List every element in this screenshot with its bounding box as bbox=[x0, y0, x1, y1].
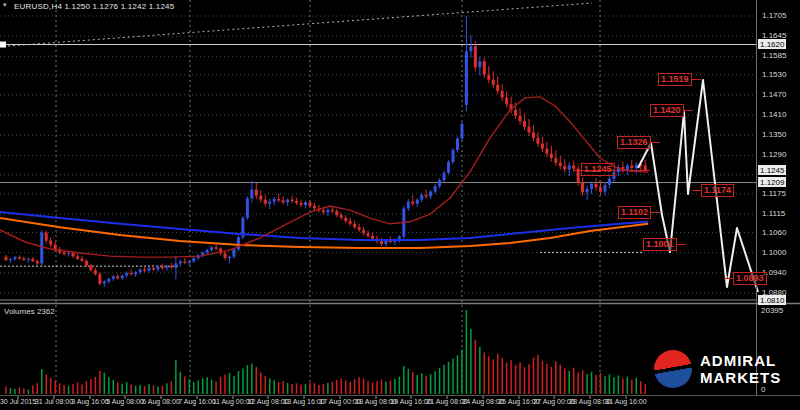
volume-bar bbox=[439, 368, 441, 394]
volume-bar bbox=[202, 378, 204, 394]
volume-bar bbox=[309, 382, 311, 394]
candle-body bbox=[420, 195, 423, 200]
volume-bar bbox=[206, 377, 208, 394]
candle-body bbox=[246, 198, 249, 217]
price-axis-tick: 1.1000 bbox=[762, 248, 786, 257]
volume-bar bbox=[390, 380, 392, 394]
candle-body bbox=[134, 272, 137, 274]
volume-bar bbox=[644, 384, 646, 394]
volume-bar bbox=[59, 383, 61, 394]
volume-scale-max: 20395 bbox=[761, 306, 783, 315]
volume-bar bbox=[376, 381, 378, 394]
volume-bar bbox=[475, 340, 477, 394]
volume-bar bbox=[600, 373, 602, 394]
candle-body bbox=[443, 173, 446, 180]
candle-body bbox=[22, 258, 25, 259]
mt4-chart-window: ▾ EURUSD,H4 1.1250 1.1276 1.1242 1.1245 … bbox=[0, 0, 800, 410]
price-axis[interactable]: 1.17051.16451.15851.15301.14701.14101.13… bbox=[757, 0, 800, 396]
forecast-price-label-text: 1.1519 bbox=[658, 73, 692, 86]
candle-body bbox=[112, 276, 115, 279]
candle-body bbox=[411, 202, 414, 204]
volume-bar bbox=[488, 356, 490, 394]
volume-bar bbox=[10, 388, 12, 394]
time-axis[interactable]: 30 Jul 201531 Jul 08:003 Aug 16:005 Aug … bbox=[0, 396, 800, 410]
volume-bar bbox=[90, 379, 92, 394]
volume-bar bbox=[233, 376, 235, 394]
volume-bar bbox=[430, 374, 432, 394]
price-axis-tick: 1.1410 bbox=[762, 110, 786, 119]
line-selection-marker bbox=[0, 42, 6, 48]
candle-body bbox=[523, 121, 526, 127]
candle-body bbox=[156, 267, 159, 270]
volume-bar bbox=[622, 378, 624, 394]
candle-body bbox=[295, 201, 298, 203]
volume-bar bbox=[546, 364, 548, 394]
volume-bar bbox=[385, 382, 387, 394]
logo-line-admiral: ADMIRAL bbox=[700, 352, 781, 369]
volume-bar bbox=[568, 371, 570, 394]
volume-bar bbox=[256, 367, 258, 394]
volume-bar bbox=[363, 379, 365, 394]
chart-canvas[interactable] bbox=[0, 0, 800, 410]
volume-bar bbox=[403, 366, 405, 394]
time-axis-label: 30 Jul 2015 bbox=[0, 398, 36, 405]
volume-bar bbox=[372, 382, 374, 394]
label-leader-dash bbox=[651, 212, 660, 213]
volume-bar bbox=[484, 352, 486, 394]
volume-bar bbox=[238, 371, 240, 394]
window-menu-icon: ▾ bbox=[3, 1, 7, 9]
forecast-price-label-text: 1.1420 bbox=[650, 104, 684, 117]
volume-bar bbox=[332, 382, 334, 394]
volume-bar bbox=[77, 382, 79, 394]
candle-body bbox=[380, 241, 383, 244]
candle-body bbox=[67, 253, 70, 254]
volume-bar bbox=[327, 383, 329, 394]
volume-bar bbox=[349, 382, 351, 394]
candle-body bbox=[9, 259, 12, 260]
volume-bar bbox=[341, 378, 343, 394]
volume-bar bbox=[251, 364, 253, 394]
candle-body bbox=[125, 273, 128, 276]
candle-body bbox=[501, 91, 504, 98]
price-marker-box: 1.1209 bbox=[758, 177, 786, 187]
label-leader-dash bbox=[684, 110, 693, 111]
volume-bar bbox=[229, 373, 231, 394]
time-axis-label: 31 Aug 16:00 bbox=[605, 398, 646, 405]
volume-bar bbox=[466, 310, 468, 394]
volume-bar bbox=[104, 373, 106, 394]
candle-body bbox=[630, 165, 633, 168]
candle-body bbox=[322, 210, 325, 212]
label-leader-dash bbox=[677, 244, 686, 245]
volume-bar bbox=[497, 354, 499, 394]
volume-bar bbox=[533, 358, 535, 394]
volume-bar bbox=[542, 361, 544, 394]
candle-body bbox=[107, 279, 110, 282]
volume-bar bbox=[604, 376, 606, 394]
volume-bar bbox=[394, 379, 396, 394]
label-leader-dash bbox=[692, 190, 701, 191]
volume-bar bbox=[242, 368, 244, 394]
candle-body bbox=[210, 247, 213, 250]
candle-body bbox=[608, 179, 611, 185]
volume-bar bbox=[457, 355, 459, 394]
candle-body bbox=[595, 184, 598, 187]
candle-body bbox=[563, 166, 566, 169]
volume-bar bbox=[479, 347, 481, 394]
volume-bar bbox=[193, 382, 195, 394]
candle-body bbox=[492, 80, 495, 85]
volume-bar bbox=[381, 380, 383, 394]
volume-bar bbox=[99, 371, 101, 394]
candle-body bbox=[116, 276, 119, 278]
volume-bar bbox=[443, 365, 445, 394]
price-marker-box: 1.1620 bbox=[758, 39, 786, 49]
volume-bar bbox=[296, 383, 298, 394]
volume-bar bbox=[139, 385, 141, 394]
volume-bar bbox=[421, 373, 423, 394]
candle-body bbox=[474, 46, 477, 67]
candle-body bbox=[407, 202, 410, 209]
forecast-price-label-text: 1.1174 bbox=[701, 184, 734, 197]
volume-bar bbox=[68, 386, 70, 394]
candle-body bbox=[349, 221, 352, 224]
volume-bar bbox=[519, 362, 521, 394]
volume-bar bbox=[515, 365, 517, 394]
